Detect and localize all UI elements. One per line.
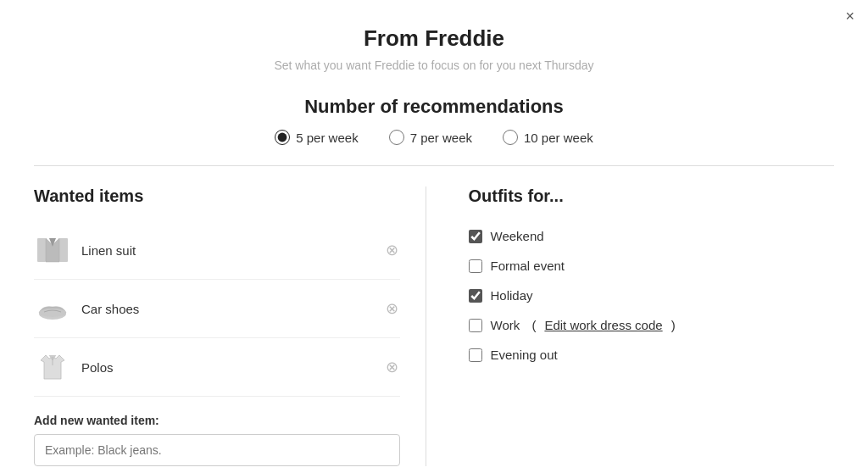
- checkbox-evening-out[interactable]: [469, 348, 482, 362]
- outfit-item-holiday: Holiday: [469, 281, 835, 310]
- outfit-item-work: Work (Edit work dress code): [469, 310, 835, 340]
- add-item-input[interactable]: [34, 434, 400, 466]
- recommendations-title: Number of recommendations: [34, 96, 834, 118]
- outfit-label-work: Work: [491, 318, 520, 332]
- item-label-car-shoes: Car shoes: [81, 302, 374, 316]
- checkbox-holiday[interactable]: [469, 289, 482, 303]
- radio-input-5[interactable]: [275, 130, 290, 145]
- svg-rect-1: [59, 238, 68, 262]
- item-label-polos: Polos: [81, 360, 374, 375]
- radio-input-10[interactable]: [503, 130, 518, 145]
- modal-subtitle: Set what you want Freddie to focus on fo…: [34, 58, 834, 72]
- suit-icon: [34, 231, 71, 269]
- radio-label-7: 7 per week: [410, 131, 472, 145]
- radio-7-per-week[interactable]: 7 per week: [389, 130, 472, 145]
- outfit-item-formal-event: Formal event: [469, 251, 835, 281]
- radio-10-per-week[interactable]: 10 per week: [503, 130, 593, 145]
- work-edit-parens-close: ): [671, 318, 676, 332]
- radio-input-7[interactable]: [389, 130, 404, 145]
- radio-5-per-week[interactable]: 5 per week: [275, 130, 358, 145]
- radio-label-10: 10 per week: [524, 131, 593, 145]
- outfit-item-weekend: Weekend: [469, 221, 835, 251]
- radio-label-5: 5 per week: [296, 131, 358, 145]
- close-button[interactable]: ×: [845, 8, 854, 24]
- section-divider: [34, 165, 834, 166]
- remove-polos-button[interactable]: ⊗: [384, 358, 400, 376]
- recommendations-radio-group: 5 per week 7 per week 10 per week: [34, 130, 834, 145]
- modal-container: × From Freddie Set what you want Freddie…: [0, 0, 868, 473]
- polo-icon: [34, 348, 71, 386]
- add-item-label: Add new wanted item:: [34, 414, 400, 427]
- outfit-label-weekend: Weekend: [491, 229, 544, 243]
- remove-car-shoes-button[interactable]: ⊗: [384, 299, 400, 318]
- item-label-linen-suit: Linen suit: [81, 243, 374, 258]
- checkbox-formal-event[interactable]: [469, 259, 482, 273]
- outfit-label-holiday: Holiday: [491, 288, 533, 303]
- shoes-icon: [34, 290, 71, 327]
- list-item: Car shoes ⊗: [34, 280, 400, 338]
- two-col-layout: Wanted items Linen suit ⊗: [34, 186, 834, 466]
- list-item: Polos ⊗: [34, 338, 400, 397]
- edit-work-dress-code-link[interactable]: Edit work dress code: [544, 318, 662, 332]
- outfits-title: Outfits for...: [469, 186, 835, 206]
- list-item: Linen suit ⊗: [34, 221, 400, 280]
- wanted-items-section: Wanted items Linen suit ⊗: [34, 186, 426, 466]
- svg-rect-0: [37, 238, 46, 262]
- outfits-section: Outfits for... Weekend Formal event Holi…: [426, 186, 835, 466]
- checkbox-weekend[interactable]: [469, 230, 482, 243]
- modal-title: From Freddie: [34, 25, 834, 52]
- remove-linen-suit-button[interactable]: ⊗: [384, 241, 400, 259]
- wanted-items-title: Wanted items: [34, 186, 400, 206]
- work-edit-parens-open: (: [528, 318, 536, 332]
- outfit-label-formal-event: Formal event: [491, 259, 565, 273]
- checkbox-work[interactable]: [469, 319, 482, 332]
- outfit-item-evening-out: Evening out: [469, 340, 835, 370]
- outfit-label-evening-out: Evening out: [491, 348, 558, 362]
